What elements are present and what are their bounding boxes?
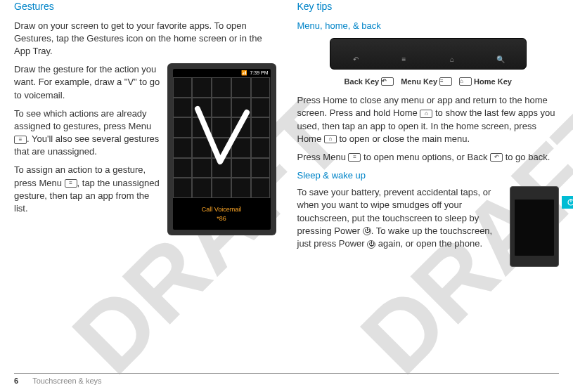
gesture-text-column: Draw the gesture for the action you want…: [14, 63, 162, 221]
p2b: . You'll also see several gestures that …: [14, 133, 159, 157]
sleep-block: To save your battery, prevent accidental…: [297, 186, 560, 267]
v-gesture-path: [191, 105, 254, 169]
home-icon: ⌂: [459, 77, 472, 86]
phone-sleep-wrap: [510, 186, 559, 267]
back-icon: ↶: [381, 77, 394, 86]
signal-icon: 📶: [241, 70, 247, 77]
menu-icon: ≡: [14, 136, 27, 144]
p3c: again, or open the phone.: [375, 238, 482, 249]
search-key-icon: 🔍: [493, 55, 508, 65]
phone-sleep-diagram: [510, 186, 559, 267]
home-key-icon: ⌂: [444, 55, 460, 65]
gesture-block: Draw the gesture for the action you want…: [14, 63, 276, 235]
p1c: to open or close the main menu.: [337, 133, 470, 144]
heading-keytips: Key tips: [297, 0, 560, 14]
p2a: Press Menu: [297, 152, 349, 162]
intro-text: Draw on your screen to get to your favor…: [14, 20, 276, 58]
key-diagram: ↶ ≡ ⌂ 🔍 Back Key ↶ Menu Key ≡ ⌂ Home Key: [297, 38, 560, 87]
p-assign: To assign an action to a gesture, press …: [14, 164, 162, 215]
p-draw: Draw the gesture for the action you want…: [14, 63, 162, 102]
back-key-label: Back Key ↶: [345, 77, 394, 87]
power-icon: [567, 198, 573, 207]
p2a: To see which actions are already assigne…: [14, 108, 151, 131]
menu-key-label: Menu Key ≡: [401, 77, 452, 87]
back-key-icon: ↶: [348, 55, 363, 65]
gesture-grid: [173, 77, 271, 198]
home-key-label: ⌂ Home Key: [459, 77, 512, 87]
heading-gestures: Gestures: [14, 0, 276, 14]
p2b: to open menu options, or Back: [361, 152, 490, 162]
power-icon: ⏻: [367, 240, 375, 249]
page-content: Gestures Draw on your screen to get to y…: [0, 0, 573, 392]
power-icon: ⏻: [363, 227, 371, 235]
left-column: Gestures Draw on your screen to get to y…: [14, 0, 287, 371]
gesture-result-label: Call Voicemail *86: [173, 198, 271, 230]
menu-icon: ≡: [65, 179, 77, 188]
clock-text: 7:39 PM: [250, 70, 268, 77]
menu-icon: ≡: [439, 77, 452, 86]
phone-screen: 📶 7:39 PM Ca: [173, 69, 271, 230]
back-icon: ↶: [490, 153, 503, 162]
phone-gesture-diagram: 📶 7:39 PM Ca: [167, 63, 276, 235]
p-menu-back: Press Menu ≡ to open menu options, or Ba…: [297, 151, 560, 164]
subheading-menu-home-back: Menu, home, & back: [297, 20, 560, 32]
label-line2: *86: [217, 214, 226, 223]
label-line1: Call Voicemail: [202, 205, 242, 214]
status-bar: 📶 7:39 PM: [173, 69, 271, 77]
right-column: Key tips Menu, home, & back ↶ ≡ ⌂ 🔍 Back…: [287, 0, 560, 371]
p-home: Press Home to close any menu or app and …: [297, 94, 560, 145]
key-labels: Back Key ↶ Menu Key ≡ ⌂ Home Key: [297, 77, 560, 87]
p2c: to go back.: [503, 152, 550, 162]
p-sleep: To save your battery, prevent accidental…: [297, 186, 503, 250]
phone-keybar: ↶ ≡ ⌂ 🔍: [330, 38, 527, 70]
menu-icon: ≡: [348, 153, 361, 162]
power-button-callout: [562, 196, 573, 209]
p-see-actions: To see which actions are already assigne…: [14, 107, 162, 159]
home-icon: ⌂: [324, 135, 337, 143]
home-icon: ⌂: [420, 110, 432, 118]
subheading-sleep: Sleep & wake up: [297, 169, 560, 182]
menu-key-icon: ≡: [396, 55, 411, 65]
